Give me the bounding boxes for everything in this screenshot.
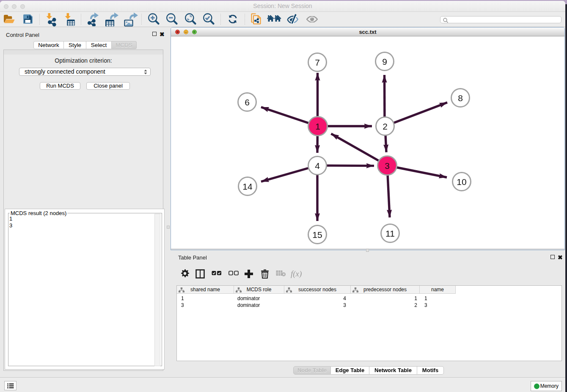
svg-text:2: 2: [383, 121, 388, 131]
svg-text:11: 11: [385, 229, 395, 238]
svg-text:4: 4: [315, 161, 320, 171]
svg-text:3: 3: [385, 161, 390, 171]
svg-text:7: 7: [315, 58, 320, 67]
svg-text:15: 15: [312, 230, 322, 240]
svg-text:1: 1: [315, 121, 320, 131]
svg-text:14: 14: [242, 182, 253, 191]
svg-text:6: 6: [245, 97, 250, 107]
svg-text:8: 8: [458, 93, 463, 103]
svg-text:10: 10: [457, 177, 466, 187]
svg-text:9: 9: [382, 57, 387, 66]
